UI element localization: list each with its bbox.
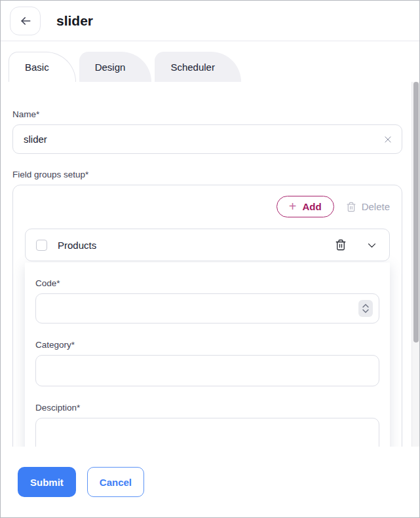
header: slider xyxy=(1,1,419,41)
group-title: Products xyxy=(58,240,96,251)
add-button-label: Add xyxy=(302,201,321,212)
tab-scheduler-label: Scheduler xyxy=(170,62,215,73)
description-field: Desciption* xyxy=(35,403,379,447)
category-input[interactable] xyxy=(35,355,379,386)
tab-basic[interactable]: Basic xyxy=(9,52,76,82)
trash-icon xyxy=(335,239,347,251)
group-toolbar: + Add Delete xyxy=(25,196,390,217)
field-groups-label: Field groups setup* xyxy=(12,170,402,179)
trash-icon xyxy=(346,202,356,212)
code-field: Code* xyxy=(35,278,379,324)
chevron-down-icon xyxy=(362,309,369,313)
chevron-up-icon xyxy=(362,304,369,308)
field-groups-container: + Add Delete xyxy=(12,185,402,447)
name-field-label: Name* xyxy=(12,109,402,119)
name-field-wrap xyxy=(12,124,402,154)
app-window: slider Basic Design Scheduler Name* xyxy=(0,0,420,518)
vertical-scrollbar-thumb[interactable] xyxy=(413,82,419,342)
back-button[interactable] xyxy=(10,7,41,35)
code-field-label: Code* xyxy=(35,278,379,288)
add-group-button[interactable]: + Add xyxy=(277,196,334,217)
vertical-scrollbar-track[interactable] xyxy=(411,82,419,447)
group-checkbox[interactable] xyxy=(36,240,47,251)
clear-name-button[interactable] xyxy=(383,135,392,144)
tab-bar: Basic Design Scheduler xyxy=(1,41,419,82)
group-delete-button[interactable] xyxy=(335,239,347,251)
arrow-left-icon xyxy=(19,14,32,28)
tab-design[interactable]: Design xyxy=(79,52,152,82)
footer: Submit Cancel xyxy=(1,447,419,517)
name-input[interactable] xyxy=(12,124,402,154)
plus-icon: + xyxy=(289,200,297,213)
description-field-label: Desciption* xyxy=(35,403,379,413)
page-title: slider xyxy=(56,13,93,29)
code-input[interactable] xyxy=(35,293,379,324)
category-field-label: Category* xyxy=(35,340,379,350)
chevron-down-icon xyxy=(366,240,377,251)
description-input[interactable] xyxy=(35,418,379,447)
form-scroll-area: Name* Field groups setup* + Add xyxy=(1,82,419,447)
delete-button-label: Delete xyxy=(362,201,390,212)
cancel-button[interactable]: Cancel xyxy=(87,467,144,497)
group-accordion-header[interactable]: Products xyxy=(25,229,390,261)
code-number-stepper[interactable] xyxy=(358,300,373,317)
delete-group-button[interactable]: Delete xyxy=(346,201,390,212)
category-field: Category* xyxy=(35,340,379,386)
group-collapse-button[interactable] xyxy=(366,240,377,251)
submit-button[interactable]: Submit xyxy=(18,467,76,497)
tab-basic-label: Basic xyxy=(25,62,49,73)
group-fields-panel: Code* xyxy=(25,263,390,447)
x-icon xyxy=(383,135,392,144)
tab-design-label: Design xyxy=(95,62,126,73)
tab-scheduler[interactable]: Scheduler xyxy=(155,52,241,82)
form-content: Name* Field groups setup* + Add xyxy=(1,82,411,447)
